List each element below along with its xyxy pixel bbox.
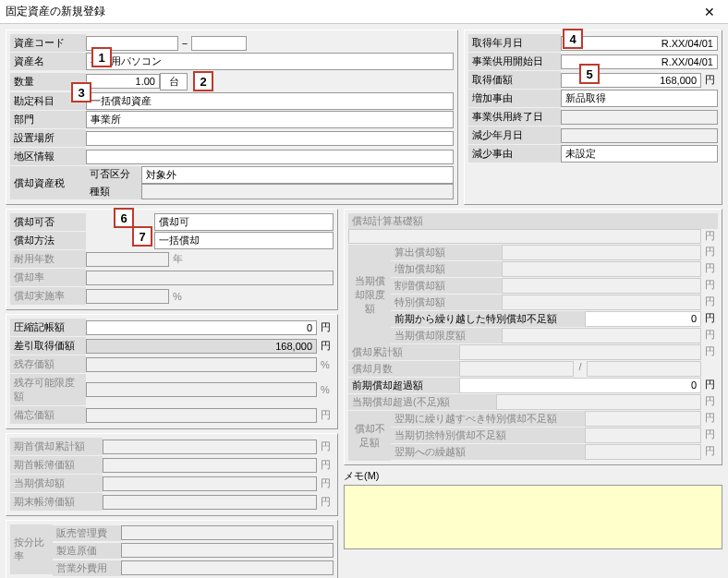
pct-unit-3: % <box>317 384 334 395</box>
kahi-kubun-field[interactable]: 対象外 <box>141 166 454 184</box>
marker-6: 6 <box>114 208 134 228</box>
nonop-label: 営業外費用 <box>53 560 121 576</box>
dep-allow-field[interactable]: 償却可 <box>154 213 334 231</box>
beginning-panel: 期首償却累計額 円 期首帳簿価額 円 当期償却額 円 期末帳簿価額 <box>6 433 338 516</box>
residual-limit-label: 残存可能限度額 <box>10 374 86 405</box>
yen-calc-11: 円 <box>701 411 718 427</box>
biz-end-field <box>561 110 718 125</box>
code-dash: − <box>178 38 191 49</box>
location-label: 設置場所 <box>10 129 86 147</box>
years-label: 耐用年数 <box>10 250 86 268</box>
slash-icon: / <box>574 361 587 377</box>
years-field <box>86 252 169 267</box>
allocation-panel: 按分比率 販売管理費 製造原価 営業外費用 <box>6 520 338 578</box>
memo-label: メモ(M) <box>344 469 722 483</box>
acc-dep-field <box>103 440 317 454</box>
mfg-field <box>121 543 334 558</box>
inc-reason-label: 増加事由 <box>468 90 561 107</box>
selling-field <box>121 525 334 540</box>
yen-calc-4: 円 <box>701 278 718 294</box>
residual-field <box>86 357 317 372</box>
account-field[interactable]: 一括償却資産 <box>86 92 454 110</box>
dep-method-field[interactable]: 一括償却 <box>154 232 334 249</box>
asset-name-field[interactable]: 事務用パソコン <box>86 53 454 70</box>
cur-dep-limit-field <box>502 328 701 343</box>
memo-textarea[interactable] <box>344 485 722 549</box>
yen-unit-3: 円 <box>317 339 334 353</box>
rate-field <box>86 271 334 285</box>
dep-asset-tax-label: 償却資産税 <box>10 166 86 199</box>
qty-unit-field[interactable]: 台 <box>160 73 188 90</box>
asset-code-field-2[interactable] <box>191 36 247 51</box>
biz-start-label: 事業供用開始日 <box>468 53 561 70</box>
yen-calc-6: 円 <box>701 311 718 327</box>
cur-dep-field <box>103 476 317 491</box>
prev-excess-field[interactable]: 0 <box>459 378 701 393</box>
memo-section: メモ(M) <box>344 469 722 551</box>
residual-limit-field <box>86 382 317 397</box>
add-dep-field <box>502 261 701 277</box>
cur-dep-limit-label: 当期償却限度額 <box>391 328 502 343</box>
special-dep-field <box>502 295 701 310</box>
end-book-field <box>103 495 317 510</box>
yen-calc-8: 円 <box>701 344 718 360</box>
yen-calc-1: 円 <box>701 229 718 244</box>
short-group: 償却不足額 <box>348 411 391 461</box>
next-carry-field <box>585 444 701 460</box>
location-field[interactable] <box>86 131 454 146</box>
yen-unit-7: 円 <box>317 476 334 490</box>
calc-base-label: 償却計算基礎額 <box>348 213 718 229</box>
compress-field[interactable]: 0 <box>86 320 317 335</box>
memo-price-label: 備忘価額 <box>10 406 86 424</box>
selling-label: 販売管理費 <box>53 525 121 541</box>
pct-unit-2: % <box>317 359 334 370</box>
extra-dep-field <box>502 278 701 294</box>
carry-special-field[interactable]: 0 <box>585 311 701 327</box>
yen-calc-13: 円 <box>701 444 718 460</box>
calc-base-field <box>348 229 701 244</box>
depreciation-method-panel: 6 7 償却可否 償却可 償却方法 一括償却 耐用年数 年 <box>6 209 338 310</box>
dept-field[interactable]: 事業所 <box>86 111 454 128</box>
marker-5: 5 <box>579 64 600 84</box>
acc-dep-label: 期首償却累計額 <box>10 438 103 455</box>
net-acq-field: 168,000 <box>86 339 317 354</box>
acc-dep2-label: 償却累計額 <box>348 344 459 360</box>
depreciation-calc-panel: 償却計算基礎額 円 当期償却限度額 算出償却額 円 <box>344 209 722 465</box>
pct-unit: % <box>169 291 186 302</box>
acq-date-field[interactable]: R.XX/04/01 <box>561 36 718 51</box>
asset-name-label: 資産名 <box>10 53 86 70</box>
marker-7: 7 <box>132 226 152 247</box>
exec-rate-field <box>86 289 169 304</box>
memo-price-field <box>86 408 317 423</box>
acq-price-label: 取得価額 <box>468 71 561 89</box>
nonop-field <box>121 560 334 575</box>
yen-calc-2: 円 <box>701 245 718 260</box>
yen-unit: 円 <box>701 73 718 87</box>
yen-unit-2: 円 <box>317 320 334 334</box>
cur-dep-label: 当期償却額 <box>10 475 103 492</box>
dep-months-1 <box>459 361 574 377</box>
dept-label: 部門 <box>10 111 86 128</box>
area-field[interactable] <box>86 150 454 164</box>
inc-reason-field[interactable]: 新品取得 <box>561 90 718 107</box>
prev-excess-label: 前期償却超過額 <box>348 378 459 393</box>
dec-reason-field[interactable]: 未設定 <box>561 145 718 163</box>
extra-dep-label: 割増償却額 <box>391 278 502 294</box>
next-carry-special-label: 翌期に繰り越すべき特別償却不足額 <box>391 411 585 427</box>
yen-unit-4: 円 <box>317 408 334 422</box>
yen-calc-10: 円 <box>701 394 718 410</box>
cur-cut-special-label: 当期切捨特別償却不足額 <box>391 427 585 443</box>
carry-special-label: 前期から繰り越した特別償却不足額 <box>391 311 585 327</box>
yen-unit-6: 円 <box>317 458 334 472</box>
yen-calc-12: 円 <box>701 427 718 443</box>
cur-excess-label: 当期償却超過(不足)額 <box>348 394 496 410</box>
dep-months-2 <box>587 361 701 377</box>
calc-dep-field <box>502 245 701 260</box>
close-icon[interactable]: ✕ <box>697 3 722 21</box>
special-dep-label: 特別償却額 <box>391 295 502 310</box>
rate-label: 償却率 <box>10 269 86 286</box>
qty-field[interactable]: 1.00 <box>86 74 160 89</box>
shurui-field <box>141 184 454 199</box>
alloc-ratio-label: 按分比率 <box>10 524 53 574</box>
residual-label: 残存価額 <box>10 355 86 373</box>
